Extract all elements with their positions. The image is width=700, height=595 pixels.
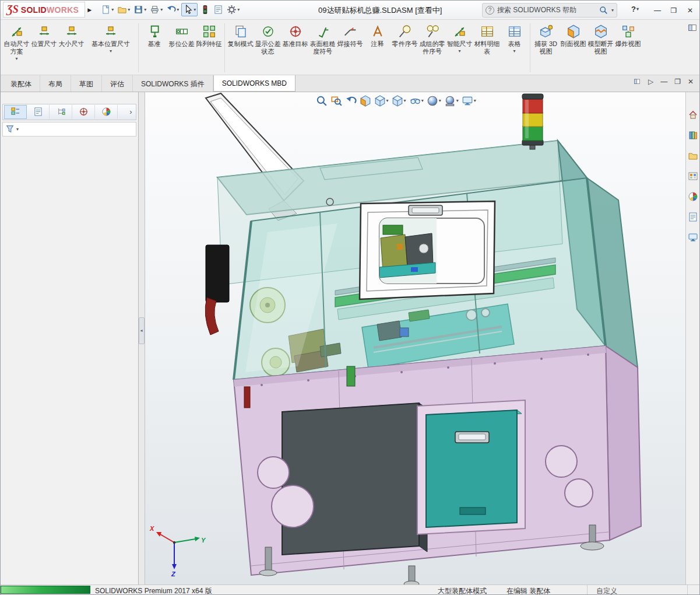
mdi-arrow-icon[interactable]: ▷ (648, 78, 653, 86)
ribbon-btn-balloon[interactable]: 零件序号 (391, 21, 418, 75)
appearances-scenes-tab[interactable] (688, 191, 698, 204)
display-style-button[interactable]: ▾ (391, 94, 407, 107)
help-menu[interactable]: ?▾ (631, 5, 639, 13)
section-view-button[interactable] (359, 94, 372, 107)
zoom-fit-button[interactable] (315, 94, 328, 107)
solidworks-resources-tab[interactable] (688, 110, 698, 123)
signal-tower-light[interactable] (522, 94, 543, 149)
selection-filter-button[interactable] (199, 4, 211, 16)
access-door-panel[interactable] (360, 201, 495, 299)
electrical-box[interactable] (282, 403, 427, 555)
dropdown-arrow-icon[interactable]: ▾ (404, 98, 406, 103)
ribbon-btn-capture-3d-view[interactable]: 捕获 3D 视图 (532, 21, 560, 75)
view-orientation-button[interactable]: ▾ (374, 94, 389, 107)
doc-restore-button[interactable]: ❐ (674, 78, 681, 86)
dropdown-arrow-icon[interactable]: ▾ (194, 7, 196, 12)
ribbon-btn-copy-scheme[interactable]: 复制模式 (227, 21, 254, 75)
tab-assembly[interactable]: 装配体 (2, 75, 40, 92)
dropdown-arrow-icon[interactable]: ▾ (111, 7, 114, 12)
hide-show-items-button[interactable]: ▾ (409, 94, 424, 107)
panel-collapse-handle[interactable]: ◂ (139, 317, 145, 344)
tab-sketch[interactable]: 草图 (71, 75, 102, 92)
zoom-area-button[interactable] (330, 94, 343, 107)
tree-filter-bar[interactable]: ▾ (2, 122, 136, 136)
ribbon-btn-exploded-view[interactable]: 爆炸视图 (614, 21, 642, 75)
close-button[interactable]: ✕ (682, 6, 698, 15)
tab-layout[interactable]: 布局 (40, 75, 71, 92)
ribbon-btn-tables[interactable]: 表格▾ (501, 21, 528, 75)
ribbon-btn-weld-symbol[interactable]: 焊接符号 (336, 21, 364, 75)
ribbon-btn-section-view[interactable]: 剖面视图 (560, 21, 587, 75)
property-manager-tab[interactable] (27, 105, 50, 119)
select-tool-button[interactable]: ▾ (181, 3, 198, 16)
apply-scene-button[interactable]: ▾ (444, 94, 459, 107)
file-properties-button[interactable] (212, 4, 224, 16)
ribbon-btn-location-dimension[interactable]: 位置尺寸 (30, 21, 58, 75)
dropdown-arrow-icon[interactable]: ▾ (421, 98, 424, 103)
options-button[interactable]: ▾ (226, 4, 241, 16)
print-button[interactable]: ▾ (149, 4, 164, 16)
doc-minimize-button[interactable]: — (660, 78, 667, 86)
help-search-box[interactable]: ? 搜索 SOLIDWORKS 帮助 ▾ (482, 3, 617, 18)
manager-tab-expand[interactable]: › (127, 107, 134, 116)
ribbon-btn-auto-balloon[interactable]: 成组的零件序号 (418, 21, 446, 75)
feature-tree-area[interactable] (1, 136, 138, 556)
panel-splitter[interactable]: ◂ (139, 92, 145, 584)
undo-button[interactable]: ▾ (165, 4, 180, 16)
maximize-button[interactable]: ❒ (666, 6, 682, 15)
minimize-button[interactable]: — (649, 6, 666, 15)
ribbon-btn-model-break-view[interactable]: 模型断开视图 (587, 21, 614, 75)
dropdown-arrow-icon[interactable]: ▾ (458, 48, 460, 54)
dropdown-arrow-icon[interactable]: ▾ (439, 98, 441, 103)
custom-properties-tab[interactable] (688, 212, 698, 225)
view-palette-tab[interactable] (688, 171, 698, 184)
label-printer-unit[interactable] (205, 245, 229, 335)
dropdown-arrow-icon[interactable]: ▾ (160, 7, 163, 12)
dropdown-arrow-icon[interactable]: ▾ (128, 7, 130, 12)
ribbon-btn-surface-finish[interactable]: 表面粗糙度符号 (309, 21, 336, 75)
filter-funnel-icon[interactable] (5, 124, 15, 134)
ribbon-btn-show-tolerance-status[interactable]: 显示公差状态 (254, 21, 282, 75)
previous-view-button[interactable] (344, 94, 357, 107)
dropdown-arrow-icon[interactable]: ▾ (110, 48, 112, 54)
ribbon-btn-smart-dimension[interactable]: 智能尺寸▾ (446, 21, 473, 75)
feature-manager-tab[interactable] (4, 105, 27, 119)
dropdown-arrow-icon[interactable]: ▾ (456, 98, 459, 103)
app-menu-logo[interactable]: ƷS SOLIDWORKS (3, 2, 85, 18)
display-manager-tab[interactable] (95, 105, 118, 119)
ribbon-btn-note[interactable]: 注释 (364, 21, 391, 75)
dropdown-arrow-icon[interactable]: ▾ (15, 56, 17, 61)
ribbon-btn-basic-location-dimension[interactable]: 基本位置尺寸▾ (85, 21, 136, 75)
tab-solidworks-addins[interactable]: SOLIDWORKS 插件 (133, 75, 213, 92)
dropdown-arrow-icon[interactable]: ▾ (386, 98, 389, 103)
ribbon-btn-datum-target[interactable]: 基准目标 (282, 21, 309, 75)
file-explorer-tab[interactable] (688, 150, 698, 163)
dropdown-arrow-icon[interactable]: ▾ (474, 98, 476, 103)
view-settings-button[interactable]: ▾ (461, 94, 477, 107)
dropdown-arrow-icon[interactable]: ▾ (513, 48, 515, 54)
ribbon-pane-toggle[interactable] (688, 21, 697, 75)
tab-solidworks-mbd[interactable]: SOLIDWORKS MBD (213, 75, 296, 92)
dropdown-arrow-icon[interactable]: ▾ (144, 7, 146, 12)
design-library-tab[interactable] (688, 130, 698, 143)
configuration-manager-tab[interactable] (50, 105, 72, 119)
new-document-button[interactable]: ▾ (100, 4, 115, 16)
ribbon-btn-datum[interactable]: 基准 (140, 21, 168, 75)
ribbon-btn-pattern-feature[interactable]: 阵列特征 (195, 21, 223, 75)
open-button[interactable]: ▾ (116, 4, 131, 16)
graphics-viewport[interactable]: ▾ ▾ ▾ ▾ ▾ ▾ (145, 92, 685, 584)
search-icon[interactable] (599, 6, 608, 15)
ribbon-btn-size-dimension[interactable]: 大小尺寸 (58, 21, 85, 75)
ribbon-btn-geometric-tolerance[interactable]: 形位公差 (168, 21, 195, 75)
edit-appearance-button[interactable]: ▾ (426, 94, 442, 107)
ribbon-btn-auto-dimension-scheme[interactable]: 自动尺寸方案▾ (3, 21, 30, 75)
preview-screen-tab[interactable] (688, 232, 698, 245)
teal-drawer-unit[interactable] (417, 400, 525, 534)
save-button[interactable]: ▾ (132, 4, 147, 16)
dimxpert-manager-tab[interactable] (72, 105, 95, 119)
dock-pane-icon[interactable] (633, 78, 641, 85)
doc-close-button[interactable]: ✕ (688, 78, 694, 86)
filter-dropdown-arrow-icon[interactable]: ▾ (16, 127, 19, 132)
menu-flyout-icon[interactable]: ▶ (87, 7, 92, 13)
ribbon-btn-bill-of-materials[interactable]: 材料明细表 (473, 21, 501, 75)
